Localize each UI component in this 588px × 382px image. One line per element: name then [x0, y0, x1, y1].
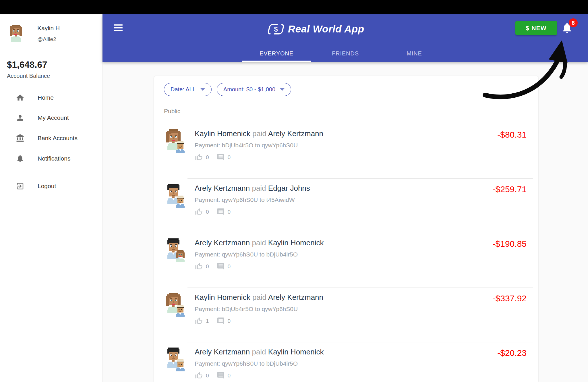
- sidebar-item-bank-accounts[interactable]: Bank Accounts: [0, 130, 102, 146]
- comment-icon[interactable]: [216, 153, 225, 161]
- receiver-name[interactable]: Kaylin Homenick: [268, 348, 324, 356]
- thumbs-up-icon[interactable]: [195, 317, 203, 325]
- home-icon: [16, 93, 24, 102]
- filter-chips: Date: ALL Amount: $0 - $1,000: [164, 83, 291, 96]
- sender-name[interactable]: Kaylin Homenick: [195, 129, 250, 138]
- new-transaction-button[interactable]: $ NEW: [515, 21, 557, 35]
- transaction-avatar: [164, 183, 184, 206]
- comment-icon[interactable]: [216, 262, 225, 271]
- transaction-social-row: 0 0: [195, 208, 310, 216]
- transaction-row[interactable]: Kaylin Homenick paid Arely Kertzmann Pay…: [154, 288, 538, 342]
- like-count: 1: [206, 318, 209, 324]
- receiver-name[interactable]: Edgar Johns: [268, 184, 310, 192]
- account-balance-amount: $1,648.67: [7, 60, 47, 70]
- receiver-name[interactable]: Arely Kertzmann: [268, 293, 323, 302]
- person-icon: [16, 113, 24, 122]
- user-avatar: [8, 24, 24, 42]
- transaction-title: Arely Kertzmann paid Edgar Johns: [195, 184, 310, 193]
- transaction-row[interactable]: Arely Kertzmann paid Edgar Johns Payment…: [154, 179, 538, 233]
- sidebar-item-my-account[interactable]: My Account: [0, 109, 102, 126]
- transaction-amount: -$80.31: [497, 130, 527, 140]
- transaction-avatar: [164, 292, 184, 315]
- tab-friends[interactable]: FRIENDS: [311, 46, 380, 62]
- transaction-list: Kaylin Homenick paid Arely Kertzmann Pay…: [154, 124, 538, 382]
- logo-dollar-glyph: $: [270, 25, 282, 33]
- tab-everyone[interactable]: EVERYONE: [242, 46, 311, 62]
- receiver-name[interactable]: Kaylin Homenick: [268, 238, 324, 247]
- transaction-description: Payment: qywYp6hS0U to t45AiwidW: [195, 196, 310, 203]
- thumbs-up-icon[interactable]: [195, 262, 203, 271]
- sender-name[interactable]: Arely Kertzmann: [195, 238, 250, 247]
- top-black-bar: [0, 0, 588, 14]
- sender-name[interactable]: Arely Kertzmann: [195, 184, 250, 192]
- like-count: 0: [206, 263, 209, 270]
- app-logo: $ Real World App: [268, 22, 364, 36]
- like-count: 0: [206, 209, 209, 215]
- comment-count: 0: [228, 209, 231, 215]
- like-count: 0: [206, 373, 209, 379]
- transaction-row[interactable]: Arely Kertzmann paid Kaylin Homenick Pay…: [154, 233, 538, 288]
- comment-count: 0: [228, 154, 231, 161]
- comment-count: 0: [228, 373, 231, 379]
- feed-section-label: Public: [164, 108, 180, 115]
- transaction-row[interactable]: Kaylin Homenick paid Arely Kertzmann Pay…: [154, 124, 538, 179]
- main-content: Date: ALL Amount: $0 - $1,000 Public Kay…: [102, 62, 588, 382]
- thumbs-up-icon[interactable]: [195, 371, 203, 380]
- transaction-avatar: [164, 129, 184, 152]
- sidebar-item-logout[interactable]: Logout: [0, 178, 102, 194]
- transaction-social-row: 0 0: [195, 153, 323, 161]
- transaction-amount: -$20.23: [497, 348, 527, 358]
- notifications-bell-button[interactable]: 8: [561, 22, 575, 36]
- transaction-social-row: 1 0: [195, 317, 323, 325]
- transaction-title: Kaylin Homenick paid Arely Kertzmann: [195, 293, 323, 302]
- bank-icon: [16, 134, 24, 142]
- action-text: paid: [252, 129, 266, 138]
- comment-count: 0: [228, 318, 231, 324]
- sidebar-item-label: Home: [38, 94, 54, 101]
- user-name: Kaylin H: [37, 25, 60, 32]
- hamburger-menu-icon[interactable]: [114, 24, 123, 31]
- sidebar: Kaylin H @Allie2 $1,648.67 Account Balan…: [0, 14, 102, 382]
- receiver-name[interactable]: Arely Kertzmann: [268, 129, 323, 138]
- action-text: paid: [252, 184, 266, 192]
- date-filter-label: Date: ALL: [171, 86, 196, 93]
- amount-filter-chip[interactable]: Amount: $0 - $1,000: [217, 83, 291, 96]
- date-filter-chip[interactable]: Date: ALL: [164, 83, 212, 96]
- sender-name[interactable]: Arely Kertzmann: [195, 348, 250, 356]
- app-title: Real World App: [288, 23, 364, 35]
- user-username: @Allie2: [37, 36, 56, 43]
- receiver-avatar: [174, 249, 186, 263]
- transaction-title: Arely Kertzmann paid Kaylin Homenick: [195, 238, 324, 247]
- transaction-amount: -$337.92: [493, 294, 527, 303]
- transaction-description: Payment: bDjUb4ir5O to qywYp6hS0U: [195, 142, 323, 149]
- feed-tabs: EVERYONE FRIENDS MINE: [242, 46, 449, 62]
- receiver-avatar: [174, 304, 186, 317]
- account-balance-label: Account Balance: [7, 73, 50, 79]
- transaction-title: Kaylin Homenick paid Arely Kertzmann: [195, 129, 323, 138]
- sidebar-item-notifications[interactable]: Notifications: [0, 150, 102, 167]
- sender-name[interactable]: Kaylin Homenick: [195, 293, 250, 302]
- transactions-card: Date: ALL Amount: $0 - $1,000 Public Kay…: [154, 76, 538, 382]
- transaction-title: Arely Kertzmann paid Kaylin Homenick: [195, 348, 324, 356]
- comment-icon[interactable]: [216, 371, 225, 380]
- transaction-avatar: [164, 238, 184, 261]
- action-text: paid: [252, 238, 266, 247]
- transaction-description: Payment: bDjUb4ir5O to qywYp6hS0U: [195, 306, 323, 312]
- sidebar-item-home[interactable]: Home: [0, 89, 102, 106]
- transaction-social-row: 0 0: [195, 371, 324, 380]
- thumbs-up-icon[interactable]: [195, 208, 203, 216]
- action-text: paid: [252, 293, 266, 302]
- like-count: 0: [206, 154, 209, 161]
- receiver-avatar: [174, 358, 186, 372]
- chevron-down-icon: [200, 88, 205, 91]
- comment-icon[interactable]: [216, 317, 225, 325]
- thumbs-up-icon[interactable]: [195, 153, 203, 161]
- sidebar-item-label: My Account: [38, 114, 69, 121]
- amount-filter-label: Amount: $0 - $1,000: [223, 86, 275, 93]
- comment-icon[interactable]: [216, 208, 225, 216]
- sidebar-item-label: Logout: [38, 183, 56, 190]
- tab-mine[interactable]: MINE: [380, 46, 449, 62]
- transaction-social-row: 0 0: [195, 262, 324, 271]
- transaction-row[interactable]: Arely Kertzmann paid Kaylin Homenick Pay…: [154, 342, 538, 382]
- sidebar-item-label: Bank Accounts: [38, 135, 78, 142]
